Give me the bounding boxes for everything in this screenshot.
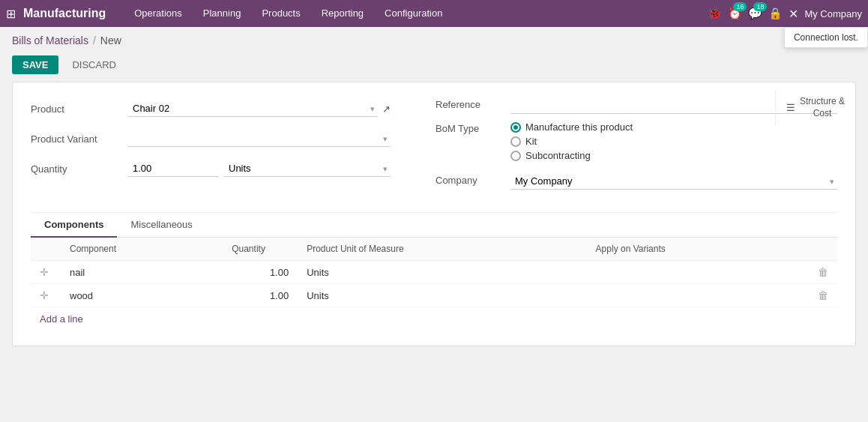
product-select[interactable]: Chair 02 — [128, 100, 378, 117]
drag-cell-nail: ✛ — [31, 261, 61, 284]
quantity-field: Units — [128, 160, 391, 177]
chat-icon-btn[interactable]: 💬 18 — [748, 7, 762, 20]
bom-type-field: Manufacture this product Kit Subcontract… — [510, 121, 837, 161]
product-row: Product Chair 02 ↗ — [31, 97, 391, 120]
quantity-row: Quantity Units — [31, 157, 391, 180]
add-line-button[interactable]: Add a line — [31, 307, 92, 331]
company-label: Company — [435, 173, 510, 186]
th-component: Component — [61, 238, 223, 261]
breadcrumb-separator: / — [93, 34, 96, 46]
save-button[interactable]: SAVE — [12, 55, 58, 74]
nav-menu: Operations Planning Products Reporting C… — [124, 0, 708, 27]
bom-type-row: BoM Type Manufacture this product Kit — [435, 121, 837, 161]
delete-cell-nail: 🗑 — [807, 261, 837, 284]
quantity-nail[interactable]: 1.00 — [223, 261, 298, 284]
quantity-label: Quantity — [31, 163, 128, 175]
toolbar: SAVE DISCARD — [0, 51, 868, 82]
product-variant-label: Product Variant — [31, 133, 128, 145]
form-left: Product Chair 02 ↗ Product Varia — [31, 97, 391, 197]
bom-type-subcontracting[interactable]: Subcontracting — [510, 150, 837, 161]
delete-icon-nail[interactable]: 🗑 — [818, 266, 828, 278]
delete-icon-wood[interactable]: 🗑 — [818, 289, 828, 301]
product-variant-select[interactable] — [128, 130, 391, 147]
product-variant-field — [128, 130, 391, 147]
breadcrumb-parent[interactable]: Bills of Materials — [12, 34, 88, 46]
drag-cell-wood: ✛ — [31, 284, 61, 307]
component-name-nail[interactable]: nail — [61, 261, 223, 284]
form-card: ☰ Structure &Cost Product Chair 02 — [12, 82, 856, 346]
tab-components[interactable]: Components — [31, 213, 117, 238]
component-name-wood[interactable]: wood — [61, 284, 223, 307]
bom-type-subcontracting-label: Subcontracting — [525, 150, 591, 161]
variants-wood[interactable] — [587, 284, 807, 307]
structure-cost-button[interactable]: ☰ Structure &Cost — [775, 90, 855, 125]
radio-subcontracting[interactable] — [510, 151, 521, 161]
quantity-wood[interactable]: 1.00 — [223, 284, 298, 307]
grid-icon[interactable]: ⊞ — [6, 7, 16, 21]
structure-cost-icon: ☰ — [786, 102, 795, 113]
nav-reporting[interactable]: Reporting — [311, 0, 374, 27]
topnav-right: 🐞 ⏰ 16 💬 18 🔒 ✕ My Company — [708, 7, 862, 21]
company-label[interactable]: My Company — [804, 8, 862, 19]
structure-cost-label: Structure &Cost — [800, 96, 845, 119]
company-row: Company My Company — [435, 173, 837, 190]
drag-handle-wood[interactable]: ✛ — [40, 289, 49, 301]
quantity-input[interactable] — [128, 160, 218, 177]
nav-configuration[interactable]: Configuration — [374, 0, 453, 27]
product-field: Chair 02 ↗ — [128, 100, 391, 117]
th-uom: Product Unit of Measure — [298, 238, 586, 261]
breadcrumb: Bills of Materials / New — [0, 27, 868, 51]
connection-lost-tooltip: Connection lost. — [784, 27, 868, 48]
table-row: ✛ nail 1.00 Units 🗑 — [31, 261, 837, 284]
bom-type-kit-label: Kit — [525, 136, 537, 147]
external-link-icon[interactable]: ↗ — [382, 103, 391, 115]
company-select[interactable]: My Company — [510, 173, 837, 190]
th-quantity: Quantity — [223, 238, 298, 261]
chat-badge: 18 — [753, 2, 767, 11]
radio-manufacture[interactable] — [510, 122, 521, 133]
lock-icon-btn[interactable]: 🔒 — [768, 7, 783, 20]
radio-kit[interactable] — [510, 136, 521, 147]
delete-cell-wood: 🗑 — [807, 284, 837, 307]
table-header-row: Component Quantity Product Unit of Measu… — [31, 238, 837, 261]
bom-type-kit[interactable]: Kit — [510, 136, 837, 147]
bom-type-manufacture-label: Manufacture this product — [525, 121, 633, 133]
variants-nail[interactable] — [587, 261, 807, 284]
topnav: ⊞ Manufacturing Operations Planning Prod… — [0, 0, 868, 27]
clock-icon-btn[interactable]: ⏰ 16 — [728, 7, 742, 20]
nav-planning[interactable]: Planning — [193, 0, 252, 27]
reference-label: Reference — [435, 97, 510, 110]
uom-nail[interactable]: Units — [298, 261, 586, 284]
tab-miscellaneous[interactable]: Miscellaneous — [117, 213, 205, 238]
form-body: Product Chair 02 ↗ Product Varia — [13, 82, 855, 346]
bug-icon-btn[interactable]: 🐞 — [708, 7, 722, 20]
th-variants: Apply on Variants — [587, 238, 807, 261]
tabs-container: Components Miscellaneous Component Quant… — [31, 212, 837, 331]
nav-operations[interactable]: Operations — [124, 0, 193, 27]
breadcrumb-current: New — [100, 34, 121, 46]
product-variant-row: Product Variant — [31, 127, 391, 150]
main-content: ☰ Structure &Cost Product Chair 02 — [0, 82, 868, 358]
product-label: Product — [31, 103, 128, 115]
uom-wood[interactable]: Units — [298, 284, 586, 307]
app-title: Manufacturing — [23, 7, 106, 20]
components-table: Component Quantity Product Unit of Measu… — [31, 238, 837, 307]
company-field: My Company — [510, 173, 837, 190]
th-delete — [807, 238, 837, 261]
drag-handle-nail[interactable]: ✛ — [40, 266, 49, 278]
form-section: Product Chair 02 ↗ Product Varia — [31, 97, 837, 197]
clock-badge: 16 — [733, 2, 747, 11]
tabs-bar: Components Miscellaneous — [31, 213, 837, 238]
units-select[interactable]: Units — [224, 160, 391, 177]
table-row: ✛ wood 1.00 Units 🗑 — [31, 284, 837, 307]
th-drag — [31, 238, 61, 261]
nav-products[interactable]: Products — [251, 0, 310, 27]
close-btn[interactable]: ✕ — [789, 7, 798, 21]
bom-type-label: BoM Type — [435, 121, 510, 134]
discard-button[interactable]: DISCARD — [64, 55, 124, 74]
